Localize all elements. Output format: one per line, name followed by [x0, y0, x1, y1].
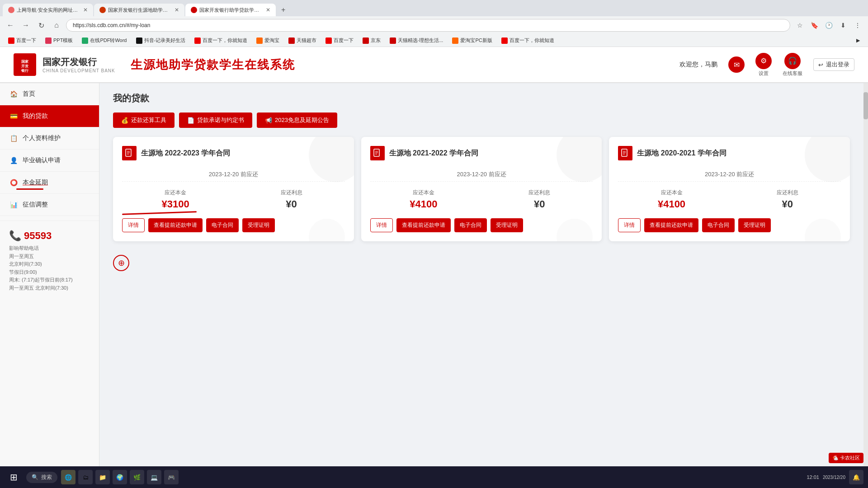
message-icon-item[interactable]: ✉	[728, 56, 745, 73]
refresh-button[interactable]: ↻	[35, 19, 47, 31]
taskbar-pc-icon[interactable]: 💻	[147, 470, 161, 484]
detail-btn-3[interactable]: 详情	[618, 218, 641, 232]
sidebar-item-extension[interactable]: ⭕ 本金延期	[0, 172, 99, 194]
prepay-btn-1[interactable]: 查看提前还款申请	[148, 218, 203, 232]
repayment-tool-button[interactable]: 💰 还款还算工具	[113, 113, 175, 128]
taskbar-game-icon[interactable]: 🎮	[164, 470, 179, 484]
bookmark-baidu-4[interactable]: 百度一下，你就知道	[498, 36, 558, 45]
taskbar-browser-icon[interactable]: 🌐	[61, 470, 75, 484]
card-title-2: 生源地 2021-2022 学年合同	[389, 149, 478, 158]
taskbar-green-icon[interactable]: 🌿	[130, 470, 144, 484]
prepay-btn-3[interactable]: 查看提前还款申请	[644, 218, 698, 232]
bookmark-douyin[interactable]: 抖音-记录美好生活	[132, 36, 189, 45]
logout-icon: ↩	[818, 61, 823, 68]
econtract-btn-2[interactable]: 电子合同	[454, 218, 487, 232]
sidebar-item-profile[interactable]: 📋 个人资料维护	[0, 127, 99, 150]
receipt-btn-1[interactable]: 受理证明	[242, 218, 275, 232]
address-input[interactable]	[66, 19, 790, 32]
right-scrollbar[interactable]: ▼	[863, 83, 868, 488]
bookmark-tianmao[interactable]: 天猫超市	[285, 36, 320, 45]
forward-button[interactable]: →	[20, 19, 32, 31]
econtract-btn-1[interactable]: 电子合同	[206, 218, 239, 232]
logout-button[interactable]: ↩ 退出登录	[813, 58, 854, 71]
interest-item-1: 应还利息 ¥0	[238, 189, 344, 210]
loan-card-2020-2021: 生源地 2020-2021 学年合同 2023-12-20 前应还 应还本金 ¥…	[609, 137, 850, 241]
loan-card-2021-2022: 生源地 2021-2022 学年合同 2023-12-20 前应还 应还本金 ¥…	[361, 137, 602, 241]
welcome-text: 欢迎您，马鹏	[679, 61, 717, 69]
detail-btn-1[interactable]: 详情	[122, 218, 145, 232]
bookmark-baidu-2[interactable]: 百度一下，你就知道	[191, 36, 251, 45]
loan-card-2022-2023: 生源地 2022-2023 学年合同 2023-12-20 前应还 应还本金 ¥…	[113, 137, 354, 241]
site-title: 生源地助学贷款学生在线系统	[131, 57, 295, 73]
phone-section: 📞 95593 影响帮助电话 周一至周五 北京时间(7:30) 节假日(9:00…	[0, 221, 99, 301]
interest-label-2: 应还利息	[486, 189, 593, 197]
econtract-btn-3[interactable]: 电子合同	[702, 218, 735, 232]
card-buttons-2: 详情 查看提前还款申请 电子合同 受理证明	[370, 218, 593, 232]
tab-close-3[interactable]: ✕	[266, 7, 270, 13]
back-button[interactable]: ←	[5, 19, 16, 31]
new-tab-button[interactable]: +	[277, 4, 290, 16]
prepay-btn-2[interactable]: 查看提前还款申请	[396, 218, 451, 232]
annotation-underline-2	[122, 211, 197, 215]
tab-1[interactable]: 上网导航·安全实用的网址导航 ✕	[3, 4, 93, 16]
taskbar-edge-icon[interactable]: 🌍	[113, 470, 127, 484]
card-header-3: 生源地 2020-2021 学年合同	[618, 146, 841, 160]
sidebar-item-my-loan[interactable]: 💳 我的贷款	[0, 105, 99, 127]
announcement-icon: 📢	[265, 117, 272, 124]
home-nav-button[interactable]: ⌂	[51, 19, 62, 31]
bookmark-tianmao2[interactable]: 天猫精选·理想生活...	[386, 36, 447, 45]
card-amounts-1: 应还本金 ¥3100 应还利息 ¥0	[122, 189, 345, 210]
logout-label: 退出登录	[826, 61, 849, 69]
interest-value-1: ¥0	[238, 198, 344, 210]
bookmark-baidu-1[interactable]: 百度一下	[5, 36, 40, 45]
tab-3[interactable]: 国家开发银行助学贷款学生在线... ✕	[185, 4, 276, 16]
logo-box: 国家 开发 银行	[14, 53, 36, 76]
sidebar-item-graduation[interactable]: 👤 毕业确认申请	[0, 150, 99, 172]
taskbar-folder-icon[interactable]: 📁	[95, 470, 110, 484]
interest-label-1: 应还利息	[238, 189, 344, 197]
receipt-btn-3[interactable]: 受理证明	[738, 218, 771, 232]
commitment-button[interactable]: 📄 贷款承诺与约定书	[179, 113, 252, 128]
headset-icon: 🎧	[784, 53, 801, 69]
svg-text:开发: 开发	[21, 64, 28, 68]
sidebar-item-credit[interactable]: 📊 征信调整	[0, 194, 99, 216]
history-button[interactable]: 🕐	[823, 19, 835, 31]
scrollbar-thumb[interactable]	[863, 92, 868, 119]
notification-icon[interactable]: 🔔	[849, 470, 863, 484]
interest-value-3: ¥0	[734, 198, 841, 210]
tab-close-2[interactable]: ✕	[175, 7, 179, 13]
principal-label-2: 应还本金	[370, 189, 477, 197]
download-button[interactable]: ⬇	[837, 19, 849, 31]
taskbar-search[interactable]: 🔍 搜索	[26, 472, 57, 483]
card-header-1: 生源地 2022-2023 学年合同	[122, 146, 345, 160]
document-icon: 📄	[187, 117, 194, 124]
star-button[interactable]: ☆	[794, 19, 806, 31]
card-due-3: 2023-12-20 前应还	[618, 168, 841, 182]
service-icon-item[interactable]: 🎧 在线客服	[783, 53, 802, 77]
bookmark-baidu-3[interactable]: 百度一下	[322, 36, 357, 45]
tab-close-1[interactable]: ✕	[83, 7, 88, 13]
taskbar-explorer-icon[interactable]: 🗂	[78, 470, 93, 484]
sidebar-item-home[interactable]: 🏠 首页	[0, 83, 99, 105]
interest-item-2: 应还利息 ¥0	[486, 189, 593, 210]
tab-bar: 上网导航·安全实用的网址导航 ✕ 国家开发银行生源地助学贷款多... ✕ 国家开…	[0, 0, 868, 16]
scroll-top-button[interactable]: ⊕	[113, 255, 129, 271]
bookmark-pdf[interactable]: 在线PDF转Word	[78, 36, 130, 45]
receipt-btn-2[interactable]: 受理证明	[491, 218, 523, 232]
tab-2[interactable]: 国家开发银行生源地助学贷款多... ✕	[94, 4, 184, 16]
principal-value-1: ¥3100	[122, 198, 229, 210]
card-amounts-3: 应还本金 ¥4100 应还利息 ¥0	[618, 189, 841, 210]
announcement-button[interactable]: 📢 2023免息及延期公告	[257, 113, 337, 128]
site-header: 国家 开发 银行 国家开发银行 CHINA DEVELOPMENT BANK 生…	[0, 47, 868, 83]
detail-btn-2[interactable]: 详情	[370, 218, 393, 232]
bookmark-ppt[interactable]: PPT模板	[42, 36, 76, 45]
settings-browser-button[interactable]: ⋮	[852, 19, 863, 31]
bookmark-jd[interactable]: 京东	[359, 36, 384, 45]
bookmark-aitaobao[interactable]: 爱淘宝PC新版	[448, 36, 495, 45]
loan-cards-grid: 生源地 2022-2023 学年合同 2023-12-20 前应还 应还本金 ¥…	[113, 137, 850, 241]
settings-icon-item[interactable]: ⚙ 设置	[755, 53, 772, 77]
start-button[interactable]: ⊞	[5, 469, 23, 485]
bookmark-taobao[interactable]: 爱淘宝	[253, 36, 283, 45]
bookmark-button[interactable]: 🔖	[808, 19, 820, 31]
bookmark-more[interactable]: ▶	[853, 37, 863, 44]
